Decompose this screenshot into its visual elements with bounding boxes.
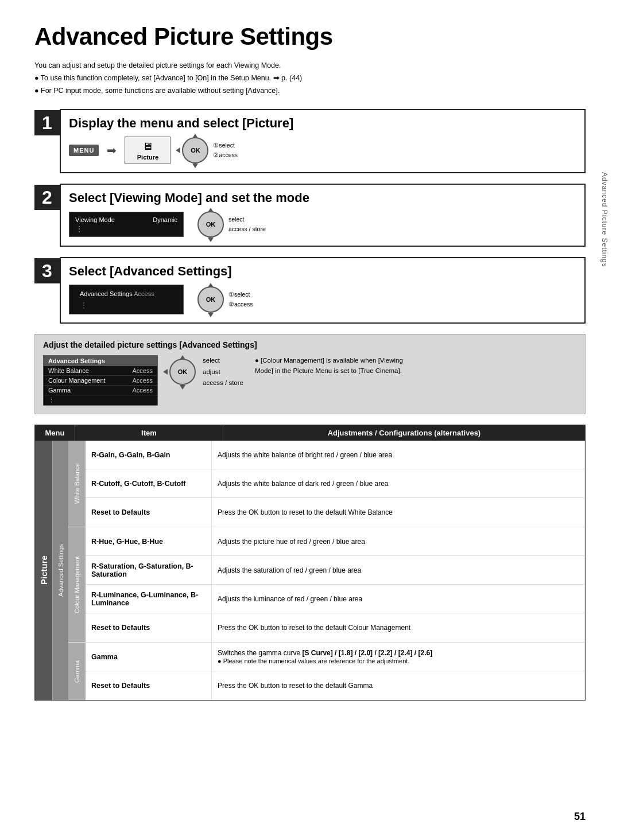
cm-item-1: R-Saturation, G-Saturation, B-Saturation bbox=[86, 556, 212, 584]
step-3-block: 3 Select [Advanced Settings] Advanced Se… bbox=[34, 257, 586, 324]
gray-select-info: select adjust access / store bbox=[203, 355, 243, 389]
wb-item-0: R-Gain, G-Gain, B-Gain bbox=[86, 441, 212, 469]
step1-labels: ①select ②access bbox=[213, 141, 238, 160]
adv-settings-value: Access bbox=[134, 290, 154, 297]
step-1-diagram: MENU ➡ 🖥 Picture OK bbox=[69, 137, 576, 164]
gamma-adj-1: Press the OK button to reset to the defa… bbox=[212, 671, 584, 700]
main-table: Menu Item Adjustments / Configurations (… bbox=[34, 425, 586, 701]
mockup-row-cm: Colour Management Access bbox=[44, 376, 157, 386]
wb-section-label: White Balance bbox=[68, 441, 86, 527]
up-arrow-icon-3 bbox=[208, 283, 214, 287]
col-picture-label: Picture bbox=[35, 441, 52, 700]
col-sub-sections: White Balance R-Gain, G-Gain, B-Gain Adj… bbox=[68, 441, 585, 700]
gray-section: Adjust the detailed picture settings [Ad… bbox=[34, 334, 586, 414]
cm-adj-0: Adjusts the picture hue of red / green /… bbox=[212, 527, 584, 555]
up-arrow-icon-2 bbox=[208, 208, 214, 212]
down-arrow-icon-g bbox=[180, 385, 185, 390]
viewing-mode-value: Dynamic bbox=[153, 216, 177, 223]
gamma-section-label: Gamma bbox=[68, 643, 86, 700]
picture-label: Picture bbox=[137, 154, 158, 161]
sub-section-gamma: Gamma Gamma Switches the gamma curve [S … bbox=[68, 643, 584, 700]
table-row: R-Hue, G-Hue, B-Hue Adjusts the picture … bbox=[86, 527, 584, 556]
down-arrow-icon-3 bbox=[208, 313, 214, 317]
col-adv-settings-label: Advanced Settings bbox=[52, 441, 68, 700]
page-number: 51 bbox=[574, 811, 586, 823]
cm-item-3: Reset to Defaults bbox=[86, 613, 212, 642]
left-arrow-icon bbox=[176, 147, 180, 153]
cm-adj-2: Adjusts the luminance of red / green / b… bbox=[212, 585, 584, 613]
gamma-item-0: Gamma bbox=[86, 643, 212, 671]
cm-adj-3: Press the OK button to reset to the defa… bbox=[212, 613, 584, 642]
ok-button-step3[interactable]: OK bbox=[197, 286, 224, 313]
gamma-rows: Gamma Switches the gamma curve [S Curve]… bbox=[86, 643, 584, 700]
step-1-content: Display the menu and select [Picture] ME… bbox=[60, 109, 586, 173]
step-3-number: 3 bbox=[34, 258, 60, 283]
viewing-mode-label: Viewing Mode bbox=[75, 216, 115, 223]
step-1-number: 1 bbox=[34, 110, 60, 135]
arrow-icon: ➡ bbox=[107, 143, 117, 157]
intro-text: You can adjust and setup the detailed pi… bbox=[34, 60, 586, 96]
ui-dots: ⋮ bbox=[75, 224, 177, 234]
wb-item-1: R-Cutoff, G-Cutoff, B-Cutoff bbox=[86, 469, 212, 497]
mockup-row-gamma: Gamma Access bbox=[44, 386, 157, 395]
side-label: Advanced Picture Settings bbox=[600, 172, 609, 267]
table-row: R-Gain, G-Gain, B-Gain Adjusts the white… bbox=[86, 441, 584, 469]
tv-icon: 🖥 bbox=[142, 141, 153, 153]
gray-section-title: Adjust the detailed picture settings [Ad… bbox=[43, 340, 577, 349]
menu-button[interactable]: MENU bbox=[69, 145, 99, 156]
th-item: Item bbox=[75, 425, 223, 441]
cm-rows: R-Hue, G-Hue, B-Hue Adjusts the picture … bbox=[86, 527, 584, 642]
wb-adj-2: Press the OK button to reset to the defa… bbox=[212, 498, 584, 527]
ok-button-step1[interactable]: OK bbox=[182, 137, 208, 164]
step2-labels: select access / store bbox=[228, 215, 266, 234]
th-menu: Menu bbox=[35, 425, 75, 441]
adv-settings-mockup-step3: Advanced Settings Access ⋮ bbox=[69, 285, 184, 314]
mockup-dots: ⋮ bbox=[44, 395, 157, 405]
left-arrow-icon-g bbox=[163, 369, 168, 375]
adv-settings-mockup-header: Advanced Settings bbox=[44, 356, 157, 366]
step-2-block: 2 Select [Viewing Mode] and set the mode… bbox=[34, 184, 586, 247]
cm-item-2: R-Luminance, G-Luminance, B-Luminance bbox=[86, 585, 212, 613]
table-row: R-Saturation, G-Saturation, B-Saturation… bbox=[86, 556, 584, 585]
adv-settings-row: Advanced Settings Access bbox=[75, 288, 177, 300]
step-2-content: Select [Viewing Mode] and set the mode V… bbox=[60, 184, 586, 247]
picture-icon-box: 🖥 Picture bbox=[125, 137, 170, 164]
ok-button-step2[interactable]: OK bbox=[197, 211, 224, 238]
up-arrow-icon bbox=[192, 134, 198, 138]
gamma-item-1: Reset to Defaults bbox=[86, 671, 212, 700]
table-header-row: Menu Item Adjustments / Configurations (… bbox=[35, 425, 585, 441]
cm-item-0: R-Hue, G-Hue, B-Hue bbox=[86, 527, 212, 555]
page-title: Advanced Picture Settings bbox=[34, 23, 586, 50]
table-row: Reset to Defaults Press the OK button to… bbox=[86, 498, 584, 527]
up-arrow-icon-g bbox=[180, 355, 185, 360]
step-2-diagram: Viewing Mode Dynamic ⋮ OK select bbox=[69, 211, 576, 238]
table-row: Reset to Defaults Press the OK button to… bbox=[86, 613, 584, 642]
down-arrow-icon-2 bbox=[208, 238, 214, 242]
adv-settings-label: Advanced Settings bbox=[80, 290, 133, 297]
gamma-adj-0: Switches the gamma curve [S Curve] / [1.… bbox=[212, 643, 584, 671]
step-3-diagram: Advanced Settings Access ⋮ OK ①sele bbox=[69, 285, 576, 314]
step-3-content: Select [Advanced Settings] Advanced Sett… bbox=[60, 257, 586, 324]
mockup-row-wb: White Balance Access bbox=[44, 366, 157, 376]
colour-mgmt-note: ● [Colour Management] is available when … bbox=[255, 355, 416, 376]
cm-section-label: Colour Management bbox=[68, 527, 86, 642]
sub-section-wb: White Balance R-Gain, G-Gain, B-Gain Adj… bbox=[68, 441, 584, 527]
sub-section-cm: Colour Management R-Hue, G-Hue, B-Hue Ad… bbox=[68, 527, 584, 643]
gray-ok-area: OK select adjust access / store bbox=[169, 355, 243, 389]
ok-button-gray[interactable]: OK bbox=[169, 359, 196, 385]
table-row: R-Cutoff, G-Cutoff, B-Cutoff Adjusts the… bbox=[86, 469, 584, 498]
viewing-mode-row: Viewing Mode Dynamic bbox=[75, 215, 177, 224]
wb-adj-0: Adjusts the white balance of bright red … bbox=[212, 441, 584, 469]
ui-dots-3: ⋮ bbox=[75, 300, 177, 311]
wb-adj-1: Adjusts the white balance of dark red / … bbox=[212, 469, 584, 497]
adv-settings-mockup-gray: Advanced Settings White Balance Access C… bbox=[43, 355, 158, 406]
wb-item-2: Reset to Defaults bbox=[86, 498, 212, 527]
step-2-heading: Select [Viewing Mode] and set the mode bbox=[69, 190, 576, 205]
gray-section-content: Advanced Settings White Balance Access C… bbox=[43, 355, 577, 406]
table-body: Picture Advanced Settings White Balance … bbox=[35, 441, 585, 700]
step-3-heading: Select [Advanced Settings] bbox=[69, 264, 576, 279]
wb-rows: R-Gain, G-Gain, B-Gain Adjusts the white… bbox=[86, 441, 584, 527]
th-adj: Adjustments / Configurations (alternativ… bbox=[223, 425, 585, 441]
step-2-number: 2 bbox=[34, 185, 60, 210]
step3-labels: ①select ②access bbox=[228, 290, 253, 309]
